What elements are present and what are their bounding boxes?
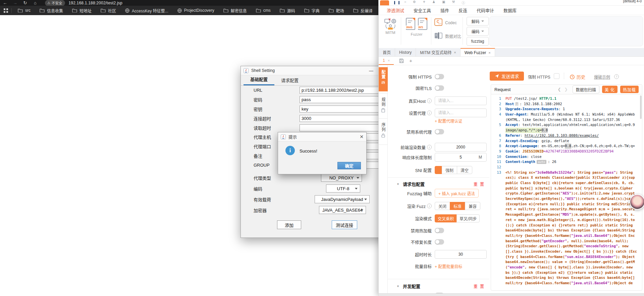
back-icon[interactable]: ←	[0, 0, 10, 6]
field-input[interactable]	[300, 105, 380, 113]
timeout-input[interactable]	[435, 250, 487, 259]
force-https-toggle[interactable]	[435, 74, 444, 79]
chevron-down-icon[interactable]: ▾	[397, 284, 399, 288]
tab-mitm[interactable]: MITM 交互式劫持×	[416, 48, 460, 56]
scrollbar-thumb[interactable]	[640, 95, 642, 119]
refresh-icon[interactable]: ↻	[20, 0, 30, 6]
bookmark-item[interactable]: 解密信息	[223, 8, 247, 13]
chevron-down-icon[interactable]: ▾	[397, 182, 399, 186]
real-host-input[interactable]	[435, 96, 487, 105]
menu-reverse[interactable]: 反连	[454, 7, 472, 13]
sni-option-force[interactable]: 强制	[442, 166, 457, 174]
gear-icon[interactable]: ⚙	[413, 0, 416, 5]
bookmark-item[interactable]: cms	[256, 8, 271, 13]
batch-target-link[interactable]: + 配置批量目标	[435, 263, 462, 269]
dialog-titlebar[interactable]: Shell Setting —	[241, 66, 390, 75]
no-fix-length-toggle[interactable]	[435, 239, 444, 245]
side-tab-rules[interactable]: 规则	[379, 95, 388, 118]
menu-pentest[interactable]: 渗透测试	[382, 7, 409, 13]
minimize-button[interactable]: —	[369, 68, 373, 73]
packet-scan-button[interactable]: 数据包扫描	[573, 85, 599, 93]
menu-code-audit[interactable]: 代码审计	[472, 7, 499, 13]
encode-dropdown[interactable]: 编码	[467, 27, 489, 36]
render-fuzz-compat[interactable]: 兼容	[465, 202, 480, 210]
active-window-icon[interactable]	[380, 0, 389, 5]
security-badge[interactable]: ⚠ 不安全	[45, 0, 65, 6]
tab-history[interactable]: History	[395, 48, 416, 56]
bookmark-item[interactable]: src	[18, 8, 31, 13]
beautify-button[interactable]: 美 化	[602, 86, 618, 93]
bookmark-item[interactable]: 反编译	[353, 8, 373, 13]
disable-hotreload-toggle[interactable]	[435, 228, 444, 233]
blast-example-link[interactable]: 爆破示例	[594, 74, 610, 80]
compare-tool[interactable]: 数据对比	[434, 32, 461, 40]
refresh-icon[interactable]: ○	[404, 0, 406, 5]
apps-grid-icon[interactable]	[0, 8, 11, 13]
side-tab-config[interactable]: 配置	[379, 67, 388, 91]
tab-basic-config[interactable]: 基础配置	[244, 74, 274, 85]
add-button[interactable]: 添加	[277, 220, 301, 229]
forward-icon[interactable]: →	[10, 0, 20, 6]
close-icon[interactable]: ×	[488, 51, 490, 55]
disable-system-proxy-toggle[interactable]	[435, 129, 444, 134]
menu-database[interactable]: 数据库	[499, 7, 521, 13]
dropdown-select[interactable]: UTF-8	[326, 184, 360, 193]
dropdown-select[interactable]: NO_PROXY	[321, 174, 362, 182]
bookmark-item[interactable]: 源码	[280, 8, 295, 13]
tab-home[interactable]: 首页	[379, 48, 395, 56]
prev-icon[interactable]: ❮	[558, 87, 561, 92]
mitm-tool[interactable]: MITM	[382, 18, 399, 35]
dropdown-select[interactable]: JavaDynamicPayload	[315, 195, 370, 203]
sequence-tab-1[interactable]: 1 ×	[379, 56, 394, 65]
tab-request-config[interactable]: 请求配置	[274, 75, 305, 85]
render-fuzz-standard[interactable]: 标准	[450, 202, 465, 210]
hotload-button[interactable]: 热加载	[620, 86, 639, 93]
bookmark-item[interactable]: 靶场	[329, 8, 344, 13]
dropdown-select[interactable]: JAVA_AES_BASE64	[319, 206, 366, 214]
insert-fuzz-syntax-button[interactable]: + 插入 yak.fuzz 语法	[435, 189, 479, 198]
request-editor[interactable]: 1PUT /test2.jsp/ HTTP/1.12Host?: 192.168…	[491, 94, 642, 292]
render-mode-cross[interactable]: 交叉乘积	[435, 214, 457, 222]
render-mode-sync[interactable]: 草叉/同步	[457, 214, 480, 222]
codec-tool[interactable]: C</> Codec	[434, 18, 457, 27]
reset-concurrent-config-link[interactable]: 重 置	[474, 283, 485, 289]
websocket-fuzzer-icon[interactable]: WS	[418, 18, 427, 30]
help-icon[interactable]: ?	[614, 74, 619, 79]
menu-plugins[interactable]: 插件	[436, 7, 454, 13]
field-input[interactable]	[300, 115, 380, 122]
render-count-input[interactable]	[435, 143, 487, 152]
reset-request-config-link[interactable]: 重 置	[474, 181, 485, 187]
sni-option-clear[interactable]: 清空	[457, 166, 472, 174]
tools-icon[interactable]: ⚒	[452, 0, 455, 5]
close-icon[interactable]: ×	[454, 50, 456, 54]
prompt-titlebar[interactable]: 提示 ✕	[278, 132, 366, 141]
test-connection-button[interactable]: 测试连接	[332, 220, 357, 229]
save-icon[interactable]	[399, 58, 404, 63]
bookmark-item[interactable]: ProjectDiscovery	[177, 8, 214, 13]
box-icon[interactable]: ▣	[442, 0, 445, 5]
info-icon[interactable]: ⓘ	[462, 0, 465, 5]
next-icon[interactable]: ❯	[565, 87, 568, 92]
field-input[interactable]	[300, 96, 380, 103]
users-icon[interactable]: ♟	[432, 0, 435, 5]
render-fuzz-off[interactable]: 关闭	[435, 202, 450, 210]
close-icon[interactable]: ×	[388, 58, 390, 62]
decode-dropdown[interactable]: 解码	[467, 17, 489, 26]
history-link[interactable]: 历史	[570, 74, 585, 80]
pause-icon[interactable]	[394, 1, 399, 4]
proxy-input[interactable]	[435, 109, 487, 117]
web-fuzzer-icon[interactable]: Web	[406, 18, 415, 30]
proxy-auth-link[interactable]: + 配置代理认证	[435, 118, 462, 124]
tab-web-fuzzer[interactable]: Web Fuzzer×	[461, 48, 495, 56]
bookmark-item[interactable]: 短地址	[72, 8, 92, 13]
home-icon[interactable]: ⌂	[30, 0, 40, 6]
floating-avatar-icon[interactable]	[630, 194, 644, 210]
bug-icon[interactable]: ⚜	[423, 0, 426, 5]
bookmark-item[interactable]: AccessKey 特征整...	[125, 8, 168, 13]
sni-option-auto[interactable]	[435, 166, 442, 174]
bookmark-item[interactable]: 字典	[304, 8, 320, 13]
side-tab-sequence[interactable]: 序列	[379, 120, 388, 143]
bookmark-item[interactable]: 信息收集	[40, 8, 63, 13]
force-https-checkbox[interactable]	[554, 73, 559, 79]
fuzztag-button[interactable]: fuzztag	[467, 37, 489, 46]
